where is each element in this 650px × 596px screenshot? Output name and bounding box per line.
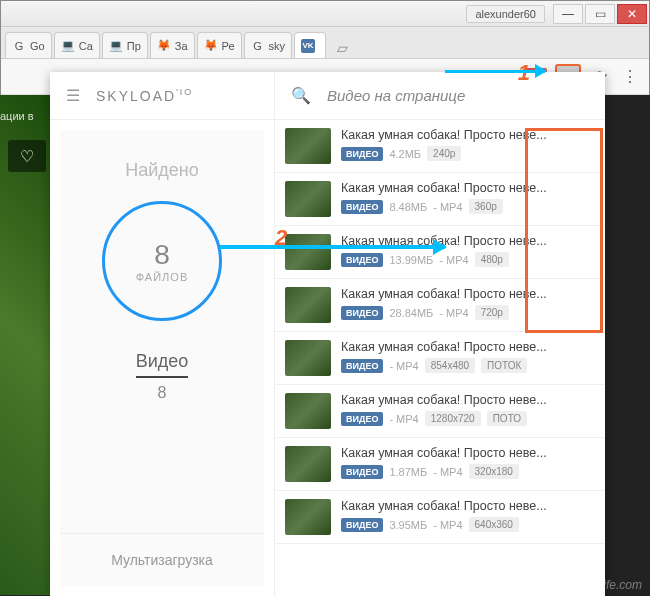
vk-badge: ВИДЕО: [341, 518, 383, 532]
resolution-badge[interactable]: 480p: [475, 252, 509, 267]
count-label: ФАЙЛОВ: [136, 271, 188, 283]
tab-label: Go: [30, 40, 45, 52]
stream-badge[interactable]: ПОТО: [487, 411, 527, 426]
vk-badge: ВИДЕО: [341, 200, 383, 214]
file-format: - MP4: [433, 519, 462, 531]
file-info: Какая умная собака! Просто неве... ВИДЕО…: [341, 499, 595, 535]
browser-tab[interactable]: GGo: [5, 32, 52, 58]
video-thumbnail: [285, 446, 331, 482]
video-thumbnail: [285, 340, 331, 376]
tab-label: Ре: [222, 40, 235, 52]
resolution-badge[interactable]: 240p: [427, 146, 461, 161]
brand-label: SKYLOAD'IO: [96, 87, 193, 104]
popup-content-header: 🔍 Видео на странице: [275, 72, 605, 120]
file-info: Какая умная собака! Просто неве... ВИДЕО…: [341, 393, 595, 429]
browser-tab[interactable]: 💻Ca: [54, 32, 100, 58]
video-thumbnail: [285, 499, 331, 535]
file-title: Какая умная собака! Просто неве...: [341, 499, 595, 513]
file-info: Какая умная собака! Просто неве... ВИДЕО…: [341, 340, 595, 376]
file-info: Какая умная собака! Просто неве... ВИДЕО…: [341, 446, 595, 482]
video-thumbnail: [285, 128, 331, 164]
content-title: Видео на странице: [327, 87, 465, 104]
resolution-badge[interactable]: 360p: [469, 199, 503, 214]
favicon: 🦊: [157, 39, 171, 53]
menu-icon[interactable]: ⋮: [619, 66, 641, 88]
profile-chip[interactable]: alexunder60: [466, 5, 545, 23]
file-item[interactable]: Какая умная собака! Просто неве... ВИДЕО…: [275, 385, 605, 438]
found-label: Найдено: [125, 160, 199, 181]
file-size: 13.99МБ: [389, 254, 433, 266]
resolution-badge[interactable]: 854x480: [425, 358, 475, 373]
popup-sidebar-header: ☰ SKYLOAD'IO: [50, 72, 274, 120]
file-title: Какая умная собака! Просто неве...: [341, 446, 595, 460]
browser-tab[interactable]: 🦊Ре: [197, 32, 242, 58]
favicon: 🦊: [204, 39, 218, 53]
file-item[interactable]: Какая умная собака! Просто неве... ВИДЕО…: [275, 438, 605, 491]
video-thumbnail: [285, 181, 331, 217]
annotation-highlight-box: [525, 128, 603, 333]
file-item[interactable]: Какая умная собака! Просто неве... ВИДЕО…: [275, 332, 605, 385]
tab-label: За: [175, 40, 188, 52]
stream-badge[interactable]: ПОТОК: [481, 358, 527, 373]
multidownload-button[interactable]: Мультизагрузка: [60, 533, 264, 586]
close-button[interactable]: ✕: [617, 4, 647, 24]
file-title: Какая умная собака! Просто неве...: [341, 340, 595, 354]
skyload-popup: ☰ SKYLOAD'IO Найдено 8 ФАЙЛОВ Видео 8 Му…: [50, 72, 605, 596]
file-format: - MP4: [439, 254, 468, 266]
hamburger-icon[interactable]: ☰: [66, 86, 80, 105]
resolution-badge[interactable]: 1280x720: [425, 411, 481, 426]
file-format: - MP4: [439, 307, 468, 319]
file-size: 1.87МБ: [389, 466, 427, 478]
video-thumbnail: [285, 234, 331, 270]
vk-badge: ВИДЕО: [341, 359, 383, 373]
file-item[interactable]: Какая умная собака! Просто неве... ВИДЕО…: [275, 491, 605, 544]
count-number: 8: [154, 239, 170, 271]
minimize-button[interactable]: —: [553, 4, 583, 24]
file-title: Какая умная собака! Просто неве...: [341, 393, 595, 407]
browser-tab[interactable]: 🦊За: [150, 32, 195, 58]
video-thumbnail: [285, 287, 331, 323]
file-size: 8.48МБ: [389, 201, 427, 213]
count-circle: 8 ФАЙЛОВ: [102, 201, 222, 321]
vk-badge: ВИДЕО: [341, 412, 383, 426]
file-meta: ВИДЕО3.95МБ- MP4640x360: [341, 517, 595, 532]
tabstrip: GGo 💻Ca 💻Пр 🦊За 🦊Ре Gsky VK ▱: [1, 27, 649, 59]
resolution-badge[interactable]: 720p: [475, 305, 509, 320]
like-button[interactable]: ♡: [8, 140, 46, 172]
file-size: 28.84МБ: [389, 307, 433, 319]
category-count: 8: [158, 384, 167, 402]
watermark: user-life.com: [574, 578, 642, 592]
maximize-button[interactable]: ▭: [585, 4, 615, 24]
browser-tab[interactable]: 💻Пр: [102, 32, 148, 58]
file-size: 3.95МБ: [389, 519, 427, 531]
annotation-arrow-2: [220, 245, 445, 249]
vk-badge: ВИДЕО: [341, 253, 383, 267]
tab-label: Ca: [79, 40, 93, 52]
resolution-badge[interactable]: 320x180: [469, 464, 519, 479]
popup-sidebar-body: Найдено 8 ФАЙЛОВ Видео 8 Мультизагрузка: [60, 130, 264, 586]
file-format: - MP4: [433, 466, 462, 478]
vk-badge: ВИДЕО: [341, 465, 383, 479]
resolution-badge[interactable]: 640x360: [469, 517, 519, 532]
bg-text: ации в: [0, 110, 34, 122]
favicon: 💻: [109, 39, 123, 53]
new-tab-button[interactable]: ▱: [332, 38, 352, 58]
favicon: G: [251, 39, 265, 53]
file-format: - MP4: [389, 413, 418, 425]
annotation-1: 1: [518, 60, 530, 86]
file-meta: ВИДЕО- MP4854x480ПОТОК: [341, 358, 595, 373]
video-thumbnail: [285, 393, 331, 429]
browser-tab[interactable]: Gsky: [244, 32, 293, 58]
file-meta: ВИДЕО- MP41280x720ПОТО: [341, 411, 595, 426]
favicon: G: [12, 39, 26, 53]
titlebar: alexunder60 — ▭ ✕: [1, 1, 649, 27]
browser-tab-active[interactable]: VK: [294, 32, 326, 58]
vk-badge: ВИДЕО: [341, 306, 383, 320]
favicon: 💻: [61, 39, 75, 53]
tab-label: sky: [269, 40, 286, 52]
file-format: - MP4: [433, 201, 462, 213]
category-label[interactable]: Видео: [136, 351, 189, 378]
search-icon[interactable]: 🔍: [291, 86, 311, 105]
vk-favicon: VK: [301, 39, 315, 53]
file-size: 4.2МБ: [389, 148, 421, 160]
